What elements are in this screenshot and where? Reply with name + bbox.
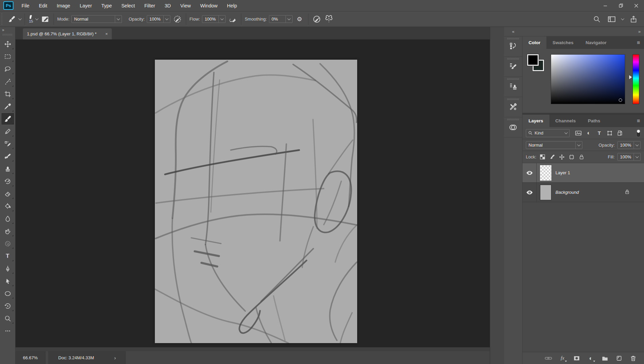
zoom-level-field[interactable]: 66.67%	[15, 351, 45, 364]
rotate-view-tool[interactable]	[1, 300, 14, 312]
history-panel-button[interactable]	[504, 36, 522, 57]
layer-visibility-toggle[interactable]	[522, 183, 537, 202]
flow-dropdown[interactable]: 100%	[202, 15, 226, 23]
color-tab-swatches[interactable]: Swatches	[546, 36, 579, 49]
document-tab[interactable]: 1.psd @ 66.7% (Layer 1, RGB/8#) * ×	[23, 28, 112, 39]
hue-slider-arrow-icon[interactable]	[629, 75, 632, 79]
tool-preset-chevron-icon[interactable]	[19, 17, 22, 20]
color-tab-navigator[interactable]: Navigator	[580, 36, 613, 49]
options-bar-grip[interactable]	[1, 13, 3, 25]
layer-thumbnail[interactable]	[537, 185, 555, 200]
blur-tool[interactable]	[1, 212, 14, 225]
smoothing-options-gear-icon[interactable]: ⚙	[295, 14, 305, 24]
pencil-tool[interactable]	[1, 125, 14, 138]
lock-position-icon[interactable]	[558, 154, 565, 160]
edit-toolbar-tool[interactable]	[1, 325, 14, 337]
lock-all-icon[interactable]	[578, 154, 585, 160]
minimize-button[interactable]	[598, 0, 613, 11]
menu-view[interactable]: View	[176, 1, 195, 10]
lasso-tool[interactable]	[1, 63, 14, 75]
status-chevron-icon[interactable]: ›	[114, 355, 116, 361]
eraser-tool[interactable]	[1, 187, 14, 200]
type-tool[interactable]: T	[1, 250, 14, 262]
close-button[interactable]	[629, 0, 644, 11]
smart-object-filter-icon[interactable]	[616, 129, 624, 137]
menu-filter[interactable]: Filter	[140, 1, 159, 10]
link-layers-button[interactable]	[544, 354, 552, 362]
layer-mask-button[interactable]	[573, 354, 581, 362]
layer-filter-dropdown[interactable]: Kind	[526, 129, 570, 137]
lock-pixels-icon[interactable]	[549, 154, 555, 160]
layers-tab-channels[interactable]: Channels	[549, 115, 582, 127]
ellipse-tool[interactable]	[1, 287, 14, 300]
layer-group-button[interactable]	[601, 354, 609, 362]
layers-panel-menu-icon[interactable]: ≡	[633, 115, 644, 127]
zoom-tool[interactable]	[1, 312, 14, 325]
menu-3d[interactable]: 3D	[161, 1, 175, 10]
vertical-scrollbar-track[interactable]	[490, 27, 504, 364]
layer-filter-toggle[interactable]	[636, 129, 641, 137]
menu-edit[interactable]: Edit	[35, 1, 51, 10]
color-panel-menu-icon[interactable]: ≡	[633, 36, 644, 49]
workspace-chevron-icon[interactable]	[621, 17, 624, 20]
pattern-stamp-tool[interactable]	[1, 138, 14, 150]
tool-preset-picker[interactable]	[7, 14, 17, 24]
layer-opacity-dropdown[interactable]: 100%	[617, 141, 641, 149]
menu-layer[interactable]: Layer	[76, 1, 96, 10]
menu-help[interactable]: Help	[223, 1, 241, 10]
layer-row-background[interactable]: Background	[522, 183, 644, 202]
layers-tab-paths[interactable]: Paths	[582, 115, 606, 127]
tool-presets-panel-button[interactable]	[504, 97, 522, 117]
smoothing-dropdown[interactable]: 0%	[269, 15, 293, 23]
color-picker-cursor[interactable]	[619, 98, 622, 102]
layer-thumbnail[interactable]	[537, 165, 555, 181]
libraries-panel-button[interactable]	[504, 117, 522, 138]
saturation-brightness-box[interactable]	[551, 54, 625, 104]
document-tab-close-icon[interactable]: ×	[105, 31, 108, 36]
share-icon[interactable]	[629, 14, 639, 24]
airbrush-icon[interactable]	[228, 14, 238, 24]
canvas[interactable]	[155, 60, 357, 343]
toolbox-grip[interactable]	[3, 34, 13, 36]
brush-preset-picker[interactable]: 15	[28, 15, 34, 23]
lock-transparency-icon[interactable]	[539, 154, 546, 160]
paint-symmetry-icon[interactable]	[324, 14, 334, 24]
workspace-switcher-icon[interactable]	[607, 14, 617, 24]
clone-stamp-tool[interactable]	[1, 162, 14, 175]
layer-visibility-toggle[interactable]	[522, 163, 537, 182]
pixel-layer-filter-icon[interactable]	[574, 129, 582, 137]
brush-preset-chevron-icon[interactable]	[35, 17, 39, 20]
lock-artboard-icon[interactable]	[568, 154, 575, 160]
dock-collapse-icon[interactable]: «	[504, 29, 522, 34]
pressure-opacity-icon[interactable]	[172, 14, 182, 24]
toolbox-collapse-icon[interactable]: »	[0, 27, 6, 33]
pressure-size-icon[interactable]	[312, 14, 322, 24]
brush-settings-panel-button[interactable]	[504, 57, 522, 77]
hue-slider[interactable]	[629, 54, 639, 104]
clone-source-panel-button[interactable]	[504, 77, 522, 97]
menu-file[interactable]: File	[18, 1, 33, 10]
layer-blend-mode-dropdown[interactable]: Normal	[526, 141, 582, 149]
smudge-tool[interactable]	[1, 225, 14, 237]
brush-settings-toggle[interactable]	[40, 14, 50, 24]
layer-fill-dropdown[interactable]: 100%	[617, 153, 641, 161]
brush-tool[interactable]	[1, 113, 14, 125]
mixer-brush-tool[interactable]	[1, 150, 14, 162]
menu-image[interactable]: Image	[53, 1, 74, 10]
opacity-dropdown[interactable]: 100%	[147, 15, 170, 23]
crop-tool[interactable]	[1, 88, 14, 100]
adjustment-layer-filter-icon[interactable]: ◐	[585, 129, 593, 137]
foreground-color-swatch[interactable]	[527, 54, 539, 66]
history-brush-tool[interactable]	[1, 175, 14, 187]
pen-tool[interactable]	[1, 262, 14, 275]
eyedropper-tool[interactable]	[1, 100, 14, 113]
color-tab-color[interactable]: Color	[522, 36, 546, 49]
delete-layer-button[interactable]	[629, 354, 637, 362]
new-layer-button[interactable]	[615, 354, 623, 362]
layers-tab-layers[interactable]: Layers	[522, 115, 549, 127]
path-selection-tool[interactable]	[1, 275, 14, 287]
rectangular-marquee-tool[interactable]	[1, 50, 14, 63]
blend-mode-dropdown[interactable]: Normal	[71, 15, 122, 23]
panels-expand-icon[interactable]: »	[638, 29, 644, 34]
menu-select[interactable]: Select	[117, 1, 139, 10]
